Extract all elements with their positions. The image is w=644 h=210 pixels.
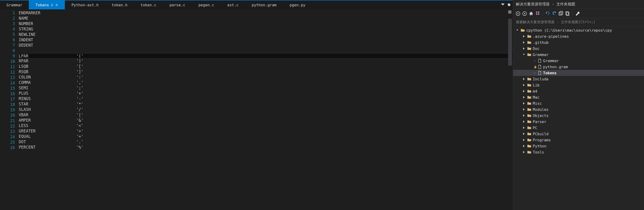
code-line[interactable]: SEMI ';' [19,85,513,91]
line-number: 6 [0,37,15,43]
scrollbar-thumb[interactable] [508,19,512,66]
code-content[interactable]: ENDMARKERNAMENUMBERSTRINGNEWLINEINDENTDE… [19,9,513,206]
tab-ast-c[interactable]: ast.c [221,1,245,9]
switch-view-icon[interactable] [535,11,540,16]
tree-item-grammar[interactable]: Grammar [513,52,644,58]
collapse-all-icon[interactable] [558,11,564,16]
tab-label: python.gram [252,3,276,7]
code-line[interactable]: NUMBER [19,21,513,27]
split-handle-icon[interactable] [508,10,512,14]
pin-icon[interactable] [50,3,54,7]
code-line[interactable]: NAME [19,16,513,21]
code-line[interactable] [19,48,513,53]
folder-icon [527,40,531,45]
code-line[interactable]: MINUS '-' [19,96,513,101]
tab-label: Python-ast.h [72,3,98,7]
editor-body[interactable]: 1234567891011121314151617181920212223242… [0,9,513,206]
back-icon[interactable] [516,11,520,16]
code-line[interactable]: ENDMARKER [19,10,513,16]
tree-item-objects[interactable]: Objects [513,112,644,119]
chevron-right-icon [522,108,526,111]
code-line[interactable]: LSQB '[' [19,64,513,69]
tree-item-grammar[interactable]: ✔Grammar [513,58,644,64]
code-line[interactable]: RPAR ')' [19,58,513,64]
code-line[interactable]: RSQB ']' [19,69,513,75]
tree-item-m4[interactable]: m4 [513,88,644,94]
code-line[interactable]: VBAR '|' [19,112,513,118]
tree-item-tools[interactable]: Tools [513,149,644,155]
line-number: 10 [0,59,15,64]
tree-item-label: m4 [533,89,537,94]
tree-item-lib[interactable]: Lib [513,82,644,88]
search-box[interactable]: 搜索解决方案资源管理器 - 文件夹视图(Ctrl+;) [513,18,644,26]
chevron-right-icon [522,35,526,38]
show-all-files-icon[interactable] [565,11,570,16]
vertical-scrollbar[interactable] [508,9,512,206]
code-line[interactable]: STAR '*' [19,101,513,107]
code-line[interactable]: DEDENT [19,43,513,48]
code-line[interactable]: COMMA ',' [19,80,513,85]
tab-parse-c[interactable]: parse.c [163,1,192,9]
chevron-right-icon [522,77,526,81]
tab-grammar[interactable]: Grammar [0,1,29,9]
tree-item-parser[interactable]: Parser [513,119,644,125]
tab-token-c[interactable]: token.c [134,1,163,9]
tree-item-pc[interactable]: PC [513,125,644,131]
solution-explorer-panel: 解决方案资源管理器 - 文件夹视图 搜索解决方案资源管理器 - 文件夹视图(Ct… [513,0,644,210]
tree-item-label: Grammar [543,59,559,63]
tree-item-mac[interactable]: Mac [513,94,644,100]
code-line[interactable]: PLUS '+' [19,91,513,96]
chevron-right-icon [522,41,526,44]
tab-token-h[interactable]: token.h [105,1,134,9]
chevron-right-icon [522,95,526,99]
tree-item-misc[interactable]: Misc [513,100,644,106]
tab-pgen-py[interactable]: pgen.py [283,1,312,9]
tree-item-include[interactable]: Include [513,76,644,82]
tree-root[interactable]: cpython (C:\Users\mac\source\repos\cpy [513,27,644,33]
tree-item-programs[interactable]: Programs [513,137,644,143]
chevron-right-icon [522,132,526,136]
code-line[interactable]: DOT '.' [19,139,513,145]
tree-item-python-gram[interactable]: 🔒python.gram [513,64,644,70]
folder-icon [527,95,531,99]
gear-icon[interactable] [507,3,511,7]
forward-icon[interactable] [522,11,527,16]
tree-item-tokens[interactable]: ✔Tokens [513,70,644,76]
code-line[interactable]: GREATER '>' [19,128,513,134]
solution-tree[interactable]: cpython (C:\Users\mac\source\repos\cpy .… [513,26,644,210]
tab-overflow-icon[interactable] [501,3,505,7]
sync-icon[interactable] [545,11,550,16]
line-number: 19 [0,107,15,113]
code-line[interactable]: EQUAL '=' [19,134,513,139]
code-line[interactable]: SLASH '/' [19,107,513,112]
lock-badge: 🔒 [534,65,536,68]
tree-item-doc[interactable]: Doc [513,46,644,52]
code-line[interactable]: COLON ':' [19,75,513,80]
line-number: 24 [0,134,15,140]
code-line[interactable]: STRING [19,27,513,32]
tab-python-ast-h[interactable]: Python-ast.h [65,1,105,9]
tab-pegen-c[interactable]: pegen.c [192,1,220,9]
tree-item-modules[interactable]: Modules [513,106,644,112]
tab-tokens[interactable]: Tokens [29,1,65,9]
properties-icon[interactable] [575,11,580,16]
tree-item--github[interactable]: .github [513,39,644,46]
tab-python-gram[interactable]: python.gram [245,1,283,9]
close-icon[interactable] [55,3,58,7]
folder-icon [527,101,531,105]
tree-item-python[interactable]: Python [513,143,644,149]
code-line[interactable]: INDENT [19,37,513,43]
tree-item--azure-pipelines[interactable]: .azure-pipelines [513,33,644,39]
code-line[interactable]: AMPER '&' [19,118,513,123]
refresh-icon[interactable] [552,11,557,16]
code-line[interactable]: NEWLINE [19,32,513,37]
line-number: 22 [0,123,15,129]
home-icon[interactable] [528,11,534,16]
code-line[interactable]: LESS '<' [19,123,513,128]
horizontal-scrollbar[interactable] [0,206,513,210]
code-line[interactable]: PERCENT '%' [19,145,513,150]
line-number: 9 [0,53,15,59]
code-line[interactable]: LPAR '(' [19,53,513,59]
tree-item-pcbuild[interactable]: PCbuild [513,131,644,137]
tab-label: Grammar [6,3,22,7]
